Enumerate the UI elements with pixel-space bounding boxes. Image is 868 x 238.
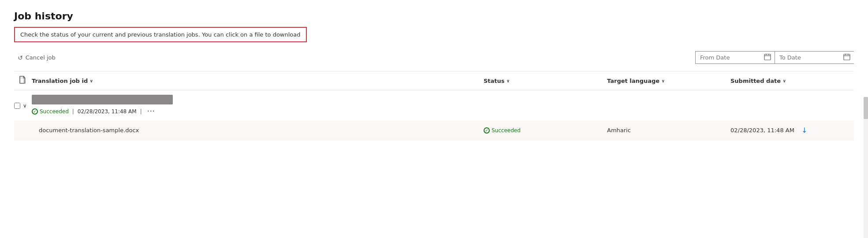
expand-icon: ∨ <box>23 103 27 109</box>
col-header-target-lang[interactable]: Target language ∨ <box>607 78 730 84</box>
scrollbar-track <box>864 97 868 238</box>
status-sort-icon: ∨ <box>507 78 510 83</box>
table-row: ∨ ✓ Succeeded | 02/28/2023, 11:48 AM | <box>14 90 854 121</box>
sub-row-status-text: Succeeded <box>492 127 521 134</box>
expand-button[interactable]: ∨ <box>22 102 28 110</box>
info-box: Check the status of your current and pre… <box>14 27 307 42</box>
page-title: Job history <box>14 11 854 22</box>
pipe-separator-2: | <box>140 108 142 115</box>
check-circle-icon: ✓ <box>32 108 38 115</box>
from-date-input[interactable] <box>695 51 775 64</box>
job-status-text: Succeeded <box>40 108 69 115</box>
col-header-submitted-date[interactable]: Submitted date ∨ <box>730 78 854 84</box>
table-sub-row: document-translation-sample.docx ✓ Succe… <box>14 121 854 140</box>
job-status-date: 02/28/2023, 11:48 AM <box>78 108 137 115</box>
submitted-date-sort-icon: ∨ <box>782 78 786 83</box>
sub-row-language: Amharic <box>607 127 730 134</box>
job-id-block: ✓ Succeeded | 02/28/2023, 11:48 AM | ··· <box>32 95 484 116</box>
download-icon: ↓ <box>801 126 807 134</box>
col-header-job-id-label: Translation job id <box>32 78 88 84</box>
more-icon: ··· <box>147 107 155 115</box>
to-date-wrapper <box>775 51 854 64</box>
col-header-target-lang-label: Target language <box>607 78 659 84</box>
table-header: Translation job id ∨ Status ∨ Target lan… <box>14 71 854 90</box>
date-filters <box>695 51 854 64</box>
cancel-icon: ↺ <box>18 54 23 61</box>
pipe-separator-1: | <box>72 108 74 115</box>
target-lang-sort-icon: ∨ <box>661 78 665 83</box>
to-date-input[interactable] <box>775 51 854 64</box>
col-header-submitted-date-label: Submitted date <box>730 78 781 84</box>
page-container: Job history Check the status of your cur… <box>0 0 868 238</box>
table-row-group: ∨ ✓ Succeeded | 02/28/2023, 11:48 AM | <box>14 90 854 140</box>
job-status-row: ✓ Succeeded | 02/28/2023, 11:48 AM | ··· <box>32 106 484 116</box>
col-header-status-label: Status <box>484 78 505 84</box>
row-checkbox-area: ∨ <box>14 102 32 110</box>
cancel-job-button[interactable]: ↺ Cancel job <box>14 52 59 63</box>
download-button[interactable]: ↓ <box>800 125 809 135</box>
col-header-status[interactable]: Status ∨ <box>484 78 607 84</box>
job-id-sort-icon: ∨ <box>89 78 93 83</box>
sub-row-status: ✓ Succeeded <box>484 127 607 134</box>
col-header-job-id[interactable]: Translation job id ∨ <box>32 78 484 84</box>
sub-row-status-succeeded: ✓ Succeeded <box>484 127 607 134</box>
from-date-wrapper <box>695 51 775 64</box>
doc-header-icon <box>19 76 26 86</box>
header-checkbox-area <box>14 76 32 86</box>
more-options-button[interactable]: ··· <box>145 106 157 116</box>
job-id-bar <box>32 95 173 104</box>
job-status-succeeded: ✓ Succeeded <box>32 108 69 115</box>
toolbar: ↺ Cancel job <box>14 51 854 67</box>
row-checkbox[interactable] <box>14 103 20 109</box>
sub-check-circle-icon: ✓ <box>484 127 490 134</box>
scrollbar-thumb[interactable] <box>864 97 868 119</box>
cancel-job-label: Cancel job <box>26 54 56 61</box>
file-name[interactable]: document-translation-sample.docx <box>32 127 484 134</box>
sub-row-date: 02/28/2023, 11:48 AM <box>730 127 794 134</box>
table-container: Translation job id ∨ Status ∨ Target lan… <box>14 71 854 140</box>
info-text: Check the status of your current and pre… <box>20 31 301 38</box>
sub-row-date-download: 02/28/2023, 11:48 AM ↓ <box>730 125 854 135</box>
